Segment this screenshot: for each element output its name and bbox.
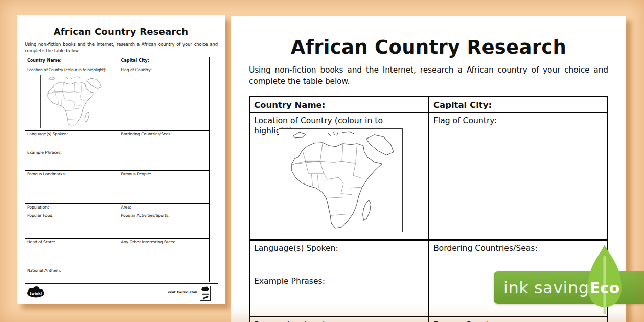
africa-map-svg xyxy=(279,129,402,232)
twinkl-stamp-icon xyxy=(200,286,211,301)
popular-food-label: Popular Food: xyxy=(25,212,119,238)
intro-text: Using non-fiction books and the Internet… xyxy=(249,65,608,87)
ink-saving-label: ink saving xyxy=(503,278,589,297)
country-name-label: Country Name: xyxy=(250,97,429,113)
head-of-state-label: Head of State: xyxy=(27,240,117,244)
table-row: Famous Landmarks: Famous People: xyxy=(25,170,209,203)
national-anthem-label: National Anthem: xyxy=(27,268,117,273)
research-table: Country Name: Capital City: Location of … xyxy=(25,57,210,282)
location-label: Location of Country (colour in to highli… xyxy=(27,67,106,72)
page-title: African Country Research xyxy=(17,26,225,37)
famous-landmarks-label: Famous Landmarks: xyxy=(250,317,429,322)
page-title: African Country Research xyxy=(231,36,626,58)
flag-label: Flag of Country: xyxy=(429,113,607,239)
other-facts-label: Any Other Interesting Facts: xyxy=(119,239,209,282)
twinkl-logo-text: twinkl xyxy=(30,292,42,296)
location-cell: Location of Country (colour in to highli… xyxy=(25,66,119,130)
example-phrases-label: Example Phrases: xyxy=(254,276,424,286)
table-row: Country Name: Capital City: xyxy=(250,97,607,112)
africa-map xyxy=(40,75,106,128)
table-row: Language(s) Spoken: Example Phrases: Bor… xyxy=(25,130,209,170)
table-row: Population: Area: xyxy=(25,203,209,212)
languages-spoken-label: Language(s) Spoken: xyxy=(27,132,117,136)
famous-people-label: Famous People: xyxy=(119,171,209,203)
languages-cell: Language(s) Spoken: Example Phrases: xyxy=(25,131,119,170)
bordering-label: Bordering Countries/Seas: xyxy=(119,131,209,170)
stamp-graphic xyxy=(200,286,210,300)
twinkl-logo: twinkl xyxy=(26,286,46,301)
area-label: Area: xyxy=(119,204,209,212)
population-label: Population: xyxy=(25,204,119,212)
africa-map-svg xyxy=(41,75,106,128)
capital-city-label: Capital City: xyxy=(119,57,209,66)
location-cell: Location of Country (colour in to highli… xyxy=(250,113,429,239)
worksheet-page-thumbnail: African Country Research Using non-ficti… xyxy=(17,15,225,304)
africa-map xyxy=(279,128,403,232)
flag-label: Flag of Country: xyxy=(119,66,209,130)
country-name-label: Country Name: xyxy=(25,57,119,66)
languages-spoken-label: Language(s) Spoken: xyxy=(254,243,424,254)
example-phrases-label: Example Phrases: xyxy=(27,150,117,155)
famous-people-label: Famous People: xyxy=(429,317,607,322)
visit-link-text: visit twinkl.com xyxy=(168,290,197,294)
worksheet-preview: African Country Research Using non-ficti… xyxy=(0,0,644,322)
table-row: Location of Country (colour in to highli… xyxy=(25,66,209,130)
table-row: Popular Food: Popular Activities/Sports: xyxy=(25,212,209,238)
capital-city-label: Capital City: xyxy=(429,97,607,113)
footer-divider xyxy=(25,283,218,284)
table-row: Famous Landmarks: Famous People: xyxy=(250,316,607,322)
table-row: Country Name: Capital City: xyxy=(25,57,209,66)
languages-cell: Language(s) Spoken: Example Phrases: xyxy=(250,241,429,316)
famous-landmarks-label: Famous Landmarks: xyxy=(25,171,119,203)
table-row: Head of State: National Anthem: Any Othe… xyxy=(25,238,209,282)
twinkl-cloud-icon: twinkl xyxy=(26,286,46,299)
popular-activities-label: Popular Activities/Sports: xyxy=(119,212,209,238)
head-of-state-cell: Head of State: National Anthem: xyxy=(25,239,119,282)
intro-text: Using non-fiction books and the Internet… xyxy=(25,41,218,54)
eco-label: Eco xyxy=(586,279,624,297)
table-row: Location of Country (colour in to highli… xyxy=(250,112,607,239)
